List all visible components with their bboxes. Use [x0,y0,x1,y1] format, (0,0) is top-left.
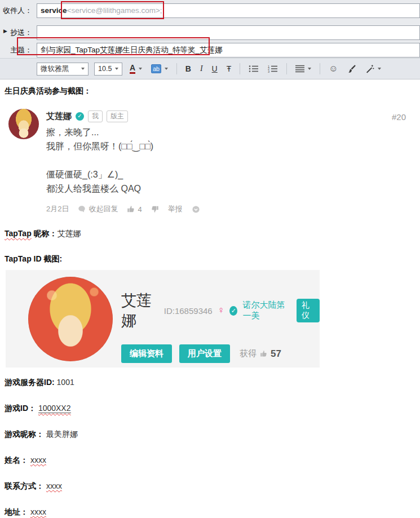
profile-id: ID:16859346 [164,306,213,316]
post-text-line: 我胖，但你黑呀！(□□́‿□□̀) [46,139,200,153]
post-tag-moderator: 版主 [107,110,128,122]
font-size-select[interactable]: 10.5 [94,63,122,76]
mail-body-editor[interactable]: 生日庆典活动参与截图： #20 艾莲娜 ✓ 我 版主 擦，来晚了... 我胖，但… [0,86,420,518]
numbered-list-button[interactable]: 123 [266,64,280,74]
highlight-color-button[interactable]: ab [149,63,170,74]
post-text-line: 都没人给我盖楼么 QAQ [46,181,200,196]
thumbs-up-icon [127,205,135,213]
post-author-avatar [8,109,39,139]
like-button[interactable]: 4 [127,205,142,214]
font-family-select[interactable]: 微软雅黑 [37,63,89,76]
screenshot-heading: 生日庆典活动参与截图： [5,86,420,96]
bold-button[interactable]: B [184,63,193,74]
taptap-nickname-line: TapTap 昵称：艾莲娜 [5,229,420,239]
chevron-down-icon [378,68,381,70]
recipient-name: service [41,6,67,15]
user-settings-button[interactable]: 用户设置 [179,344,230,363]
chevron-down-icon [139,68,142,70]
game-nickname-value: 最美胖娜 [46,430,78,439]
profile-title: 诺尔大陆第一美 [242,300,291,321]
alignment-button[interactable] [294,64,313,74]
contact-line: 联系方式： xxxx [5,481,420,492]
report-label: 举报 [168,204,183,214]
taptap-profile-card: 艾莲娜 ID:16859346 ♀ ✓ 诺尔大陆第一美 礼仪 编辑资料 用户设置… [6,270,320,368]
cc-expand-arrow-icon[interactable]: ▶ [3,29,7,34]
collapse-replies-button[interactable]: 收起回复 [78,204,118,214]
speech-bubble-icon [78,205,86,213]
report-button[interactable]: 举报 [168,204,183,214]
recipient-row: 收件人： service <service@lilithgames.com>; [0,3,420,18]
more-options-button[interactable] [192,205,200,214]
taptap-id-heading: TapTap ID 截图: [5,254,420,264]
italic-icon: I [200,64,203,73]
collapse-replies-label: 收起回复 [89,204,118,214]
strikethrough-icon: Ŧ [227,64,232,73]
server-id-label: 游戏服务器ID: [5,378,55,387]
thumbs-down-icon [151,205,159,213]
chevron-down-icon [165,68,168,70]
magic-wand-button[interactable] [364,63,383,74]
italic-button[interactable]: I [198,63,205,74]
name-label: 姓名： [5,455,28,464]
post-date: 2月2日 [46,204,69,214]
compose-header: 收件人： service <service@lilithgames.com>; … [0,0,420,59]
toolbar-divider [240,63,240,74]
subject-row: 主题： 剑与家园_TapTap艾莲娜生日庆典活动_特等奖_艾莲娜 [0,42,420,57]
female-gender-icon: ♀ [218,305,225,316]
emoji-button[interactable]: ☺ [327,63,339,75]
server-id-line: 游戏服务器ID: 1001 [5,378,420,388]
verified-badge-icon: ✓ [76,112,84,121]
chevron-down-icon [81,68,85,70]
post-text-line: 僵硬僵硬_(:3」∠)_ [46,167,200,181]
contact-label: 联系方式： [5,481,44,490]
emoji-icon: ☺ [329,64,338,74]
server-id-value: 1001 [57,378,74,387]
align-icon [295,65,304,73]
highlight-icon: ab [151,64,161,73]
address-label: 地址： [5,507,28,516]
etiquette-badge: 礼仪 [297,299,320,322]
cc-row: ▶ 抄送： [0,25,420,40]
nickname-value: 艾莲娜 [58,229,81,238]
paintbrush-icon [347,64,356,73]
game-nickname-line: 游戏昵称： 最美胖娜 [5,430,420,440]
chevron-down-circle-icon [192,205,200,214]
nickname-label: 昵称： [32,229,58,238]
to-label: 收件人： [0,6,32,16]
magic-wand-icon [365,64,374,73]
earned-count: 57 [271,348,281,360]
post-text-line: 擦，来晚了... [46,125,200,139]
toolbar-divider [176,63,177,74]
profile-name: 艾莲娜 [121,290,159,331]
font-color-icon: A [130,64,135,74]
format-painter-button[interactable] [346,63,358,74]
strikethrough-button[interactable]: Ŧ [225,63,233,74]
name-value: xxxx [30,455,46,464]
contact-value: xxxx [46,481,62,490]
svg-text:3: 3 [268,70,269,73]
mail-compose-page: 收件人： service <service@lilithgames.com>; … [0,0,420,518]
thumbs-up-icon [260,350,267,357]
post-tag-me: 我 [88,110,103,122]
taptap-brand-text: TapTap [5,229,32,238]
font-size-value: 10.5 [98,65,112,73]
cc-input[interactable] [37,25,420,40]
underline-button[interactable]: U [210,63,219,74]
like-count: 4 [138,205,142,214]
dislike-button[interactable] [151,205,159,213]
post-blank-line [46,153,200,167]
font-color-button[interactable]: A [128,63,144,75]
subject-input[interactable]: 剑与家园_TapTap艾莲娜生日庆典活动_特等奖_艾莲娜 [37,43,420,57]
edit-profile-button[interactable]: 编辑资料 [121,344,172,363]
id-shot-label: ID 截图: [32,254,62,263]
recipient-input[interactable]: service <service@lilithgames.com>; [37,3,420,18]
toolbar-divider [286,63,287,74]
verified-badge-icon: ✓ [229,306,237,316]
font-family-value: 微软雅黑 [41,64,69,74]
game-nickname-label: 游戏昵称： [5,430,44,439]
profile-avatar [28,277,113,361]
bullet-list-button[interactable] [247,64,260,74]
bold-icon: B [185,64,191,73]
earned-label: 获得 [240,348,257,359]
subject-text: 剑与家园_TapTap艾莲娜生日庆典活动_特等奖_艾莲娜 [41,45,223,55]
